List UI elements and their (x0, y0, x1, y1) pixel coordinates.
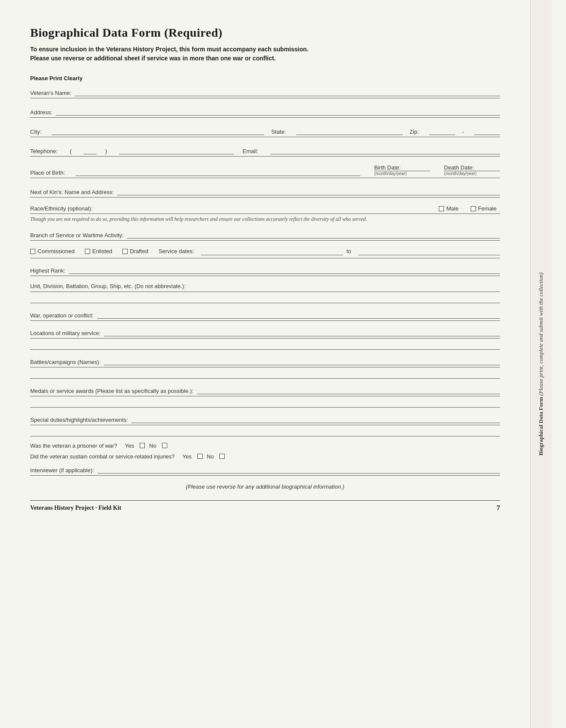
male-label: Male (446, 205, 458, 212)
state-label: State: (271, 129, 286, 135)
pow-no-group: No (149, 442, 167, 449)
email-input[interactable] (270, 145, 500, 154)
enlisted-group: Enlisted (85, 248, 116, 254)
enlisted-checkbox[interactable] (85, 249, 90, 254)
injuries-no-group: No (207, 453, 225, 460)
commissioned-group: Commissioned (30, 248, 78, 254)
birth-date-label: Birth Date: (374, 164, 400, 171)
highest-rank-input[interactable] (69, 264, 500, 274)
special-duties-row: Special duties/highlights/achievements: (30, 414, 500, 425)
service-dates-to: to (347, 248, 351, 254)
telephone-paren-close: ) (105, 148, 107, 154)
war-ops-input[interactable] (97, 309, 500, 319)
footer-note: (Please use reverse for any additional b… (30, 483, 500, 490)
battles-input-line2[interactable] (30, 369, 500, 379)
side-tab: Biographical Data Form (Please print, co… (530, 0, 552, 728)
telephone-paren-open: ( (70, 148, 72, 154)
veterans-name-input[interactable] (75, 87, 500, 96)
medals-input-line2[interactable] (30, 398, 500, 408)
address-row: Address: (30, 106, 500, 118)
death-date-label: Death Date: (444, 164, 474, 171)
unit-division-input-line[interactable] (30, 294, 500, 303)
interviewer-row: Interviewer (if applicable): (30, 464, 500, 476)
drafted-label: Drafted (130, 248, 148, 254)
branch-service-input[interactable] (127, 229, 500, 238)
service-date-start-input[interactable] (201, 248, 343, 255)
injuries-no-label: No (207, 453, 214, 460)
war-ops-row: War, operation or conflict: (30, 309, 500, 321)
injuries-no-checkbox[interactable] (219, 454, 225, 459)
place-of-birth-label: Place of Birth: (30, 169, 65, 176)
veterans-name-row: Veteran's Name: (30, 87, 500, 98)
address-label: Address: (30, 109, 52, 116)
city-input[interactable] (52, 126, 264, 135)
service-dates-label: Service dates: (159, 248, 194, 254)
pow-yes-label: Yes (125, 442, 134, 449)
zip-input-1[interactable] (429, 126, 455, 135)
locations-row: Locations of military service: (30, 327, 500, 339)
form-title: Biographical Data Form (Required) (30, 26, 500, 40)
injuries-row: Did the veteran sustain combat or servic… (30, 453, 500, 460)
war-ops-label: War, operation or conflict: (30, 312, 94, 319)
highest-rank-row: Highest Rank: (30, 264, 500, 276)
injuries-yes-checkbox[interactable] (197, 454, 203, 459)
pow-label: Was the veteran a prisoner of war? (30, 442, 117, 449)
male-checkbox[interactable] (439, 206, 444, 211)
form-subtitle: To ensure inclusion in the Veterans Hist… (30, 45, 500, 63)
place-of-birth-input[interactable] (75, 166, 360, 176)
battles-input[interactable] (104, 356, 500, 365)
commissioned-checkbox[interactable] (30, 249, 35, 254)
footer-bottom: Veterans History Project · Field Kit 7 (30, 500, 500, 512)
drafted-checkbox[interactable] (122, 249, 128, 254)
city-state-zip-row: City: State: Zip: - (30, 126, 500, 137)
service-dates-block: Service dates: to (159, 248, 500, 255)
veterans-name-label: Veteran's Name: (30, 90, 72, 96)
telephone-email-row: Telephone: ( ) Email: (30, 145, 500, 157)
birth-date-format: (month/day/year) (374, 171, 407, 176)
locations-input-line2[interactable] (30, 340, 500, 350)
zip-label: Zip: (410, 129, 419, 135)
locations-label: Locations of military service: (30, 330, 100, 336)
battles-label: Battles/campaigns (Names): (30, 359, 100, 365)
footer-project: Veterans History Project · Field Kit (30, 505, 122, 511)
injuries-yes-label: Yes (182, 453, 191, 460)
gender-group: Male Female (439, 205, 500, 212)
branch-service-row: Branch of Service or Wartime Activity: (30, 229, 500, 241)
pow-no-checkbox[interactable] (162, 443, 167, 448)
pow-no-label: No (149, 442, 156, 449)
race-row: Race/Ethnicity (optional): Male Female (30, 205, 500, 214)
female-label: Female (478, 205, 497, 212)
medals-label: Medals or service awards (Please list as… (30, 388, 194, 394)
drafted-group: Drafted (122, 248, 152, 254)
next-of-kin-label: Next of Kin's: Name and Address: (30, 189, 114, 195)
state-input[interactable] (296, 126, 403, 135)
next-of-kin-input[interactable] (117, 186, 500, 195)
address-input[interactable] (56, 106, 500, 116)
telephone-number-input[interactable] (119, 145, 234, 154)
zip-dash: - (462, 129, 464, 135)
interviewer-input[interactable] (97, 464, 500, 474)
battles-row: Battles/campaigns (Names): (30, 356, 500, 367)
medals-row: Medals or service awards (Please list as… (30, 385, 500, 396)
special-duties-input-line2[interactable] (30, 427, 500, 436)
medals-input[interactable] (197, 385, 500, 394)
race-label: Race/Ethnicity (optional): (30, 205, 93, 212)
zip-input-2[interactable] (474, 126, 500, 135)
enlisted-label: Enlisted (92, 248, 112, 254)
special-duties-input[interactable] (131, 414, 500, 423)
female-checkbox[interactable] (471, 206, 476, 211)
pow-yes-checkbox[interactable] (140, 443, 145, 448)
telephone-area-input[interactable] (84, 145, 97, 154)
interviewer-label: Interviewer (if applicable): (30, 467, 94, 474)
death-date-format: (month/day/year) (444, 171, 477, 176)
service-date-end-input[interactable] (358, 248, 500, 255)
male-checkbox-group: Male (439, 205, 462, 212)
commissioned-label: Commissioned (38, 248, 75, 254)
highest-rank-label: Highest Rank: (30, 267, 66, 274)
injuries-yes-group: Yes (182, 453, 202, 460)
city-label: City: (30, 129, 41, 135)
please-print-label: Please Print Clearly (30, 75, 500, 82)
race-note: Though you are not required to do so, pr… (30, 216, 500, 223)
locations-input[interactable] (104, 327, 500, 336)
unit-division-row: Unit, Division, Battalion, Group, Ship, … (30, 282, 500, 292)
